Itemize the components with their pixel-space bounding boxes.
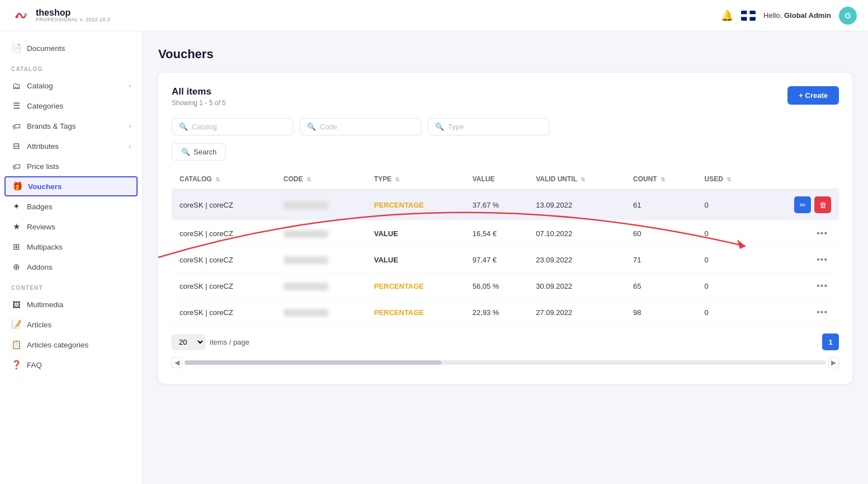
cell-valid-until: 27.09.2022: [528, 299, 625, 326]
sort-icon-catalog[interactable]: ⇅: [215, 176, 220, 182]
notification-bell-icon[interactable]: 🔔: [721, 10, 733, 22]
cell-valid-until: 13.09.2022: [528, 189, 625, 220]
code-filter-input[interactable]: [320, 123, 414, 131]
data-table: CATALOG ⇅ CODE ⇅ TYPE ⇅ VALUE VALID UNTI…: [172, 170, 839, 326]
type-badge: VALUE: [374, 229, 398, 238]
more-actions-button[interactable]: •••: [813, 253, 831, 266]
edit-button[interactable]: ✏: [794, 196, 811, 213]
cell-code: [276, 247, 366, 273]
sort-icon-used[interactable]: ⇅: [727, 176, 731, 182]
sidebar-item-brands-tags[interactable]: 🏷 Brands & Tags ›: [0, 116, 142, 136]
search-icon-catalog: 🔍: [179, 123, 188, 131]
sidebar-item-attributes[interactable]: ⊟ Attributes ›: [0, 136, 142, 156]
type-badge: VALUE: [374, 256, 398, 264]
sidebar-label-articles: Articles: [27, 321, 51, 329]
sidebar-item-faq[interactable]: ❓ FAQ: [0, 355, 142, 375]
addons-icon: ⊕: [11, 262, 21, 272]
cell-count: 61: [625, 189, 696, 220]
type-badge: PERCENTAGE: [374, 282, 424, 290]
sidebar-item-vouchers[interactable]: 🎁 Vouchers: [4, 176, 138, 196]
sidebar-label-faq: FAQ: [27, 361, 42, 369]
row-actions: ✏ 🗑: [768, 196, 831, 213]
search-button[interactable]: 🔍 Search: [172, 143, 226, 161]
cell-value: 37,67 %: [465, 189, 529, 220]
sidebar-item-multimedia[interactable]: 🖼 Multimedia: [0, 294, 142, 314]
per-page-control: 20 50 100 items / page: [172, 335, 249, 350]
cell-used: 0: [696, 247, 760, 273]
cell-code: [276, 220, 366, 247]
sidebar-item-articles-categories[interactable]: 📋 Articles categories: [0, 335, 142, 355]
cell-type: PERCENTAGE: [366, 299, 465, 326]
page-title: Vouchers: [158, 47, 852, 62]
table-footer: 20 50 100 items / page 1: [172, 333, 839, 350]
more-actions-button[interactable]: •••: [813, 227, 831, 239]
horizontal-scrollbar: ◀ ▶: [172, 355, 839, 370]
multipacks-icon: ⊞: [11, 242, 21, 252]
scroll-track[interactable]: [185, 360, 826, 365]
sort-icon-code[interactable]: ⇅: [306, 176, 311, 182]
catalog-icon: 🗂: [11, 81, 21, 91]
more-actions-button[interactable]: •••: [813, 280, 831, 292]
sidebar-item-price-lists[interactable]: 🏷 Price lists: [0, 156, 142, 176]
code-blurred-value: [284, 309, 328, 317]
language-flag[interactable]: [741, 11, 756, 21]
articles-icon: 📝: [11, 319, 21, 330]
logo-icon: [11, 6, 31, 26]
sidebar-label-catalog: Catalog: [27, 82, 53, 90]
sidebar-item-catalog[interactable]: 🗂 Catalog ›: [0, 76, 142, 96]
sidebar-label-badges: Badges: [27, 203, 53, 211]
create-button[interactable]: + Create: [787, 86, 839, 105]
type-filter-input[interactable]: [448, 123, 542, 131]
sidebar-item-addons[interactable]: ⊕ Addons: [0, 257, 142, 277]
sort-icon-count[interactable]: ⇅: [661, 176, 665, 182]
cell-value: 97,47 €: [465, 247, 529, 273]
sidebar-item-badges[interactable]: ✦ Badges: [0, 196, 142, 217]
cell-valid-until: 30.09.2022: [528, 273, 625, 299]
sidebar-item-multipacks[interactable]: ⊞ Multipacks: [0, 237, 142, 257]
per-page-select[interactable]: 20 50 100: [172, 335, 205, 350]
cell-catalog: coreSK | coreCZ: [172, 189, 276, 220]
more-actions-button[interactable]: •••: [813, 306, 831, 318]
cell-type: PERCENTAGE: [366, 189, 465, 220]
sidebar-label-vouchers: Vouchers: [28, 182, 62, 191]
svg-point-2: [25, 13, 27, 16]
cell-catalog: coreSK | coreCZ: [172, 299, 276, 326]
sort-icon-valid[interactable]: ⇅: [581, 176, 585, 182]
sidebar-label-brands: Brands & Tags: [27, 122, 76, 130]
page-1-button[interactable]: 1: [822, 333, 839, 350]
sidebar-item-reviews[interactable]: ★ Reviews: [0, 217, 142, 237]
sidebar-item-categories[interactable]: ☰ Categories: [0, 96, 142, 116]
sidebar-item-documents[interactable]: 📄 Documents: [0, 38, 142, 58]
cell-valid-until: 23.09.2022: [528, 247, 625, 273]
catalog-filter: 🔍: [172, 118, 293, 135]
cell-catalog: coreSK | coreCZ: [172, 220, 276, 247]
scroll-right-icon[interactable]: ▶: [828, 357, 839, 368]
table-row: coreSK | coreCZ PERCENTAGE 56,05 % 30.09…: [172, 273, 839, 299]
cell-value: 16,54 €: [465, 220, 529, 247]
col-count: COUNT ⇅: [625, 170, 696, 189]
sort-icon-type[interactable]: ⇅: [395, 176, 399, 182]
row-actions: •••: [768, 253, 831, 266]
reviews-icon: ★: [11, 222, 21, 232]
logo: theshop PROFESSIONAL v. 2022.10.2: [11, 6, 111, 26]
type-badge: PERCENTAGE: [374, 201, 424, 209]
price-lists-icon: 🏷: [11, 161, 21, 171]
code-blurred-value: [284, 283, 328, 290]
sidebar-label-articles-categories: Articles categories: [27, 341, 88, 349]
col-code: CODE ⇅: [276, 170, 366, 189]
cell-actions: •••: [760, 220, 839, 247]
avatar[interactable]: G: [839, 7, 857, 25]
card-title: All items: [172, 86, 226, 97]
catalog-filter-input[interactable]: [192, 123, 286, 131]
cell-used: 0: [696, 220, 760, 247]
sidebar-label-addons: Addons: [27, 263, 53, 271]
layout: 📄 Documents CATALOG 🗂 Catalog › ☰ Catego…: [0, 31, 868, 484]
sidebar-item-articles[interactable]: 📝 Articles: [0, 314, 142, 335]
delete-button[interactable]: 🗑: [814, 196, 831, 213]
cell-code: [276, 189, 366, 220]
sidebar-label-categories: Categories: [27, 102, 63, 110]
scroll-thumb: [185, 360, 441, 365]
vouchers-table: CATALOG ⇅ CODE ⇅ TYPE ⇅ VALUE VALID UNTI…: [172, 170, 839, 326]
row-actions: •••: [768, 280, 831, 292]
scroll-left-icon[interactable]: ◀: [172, 357, 182, 368]
